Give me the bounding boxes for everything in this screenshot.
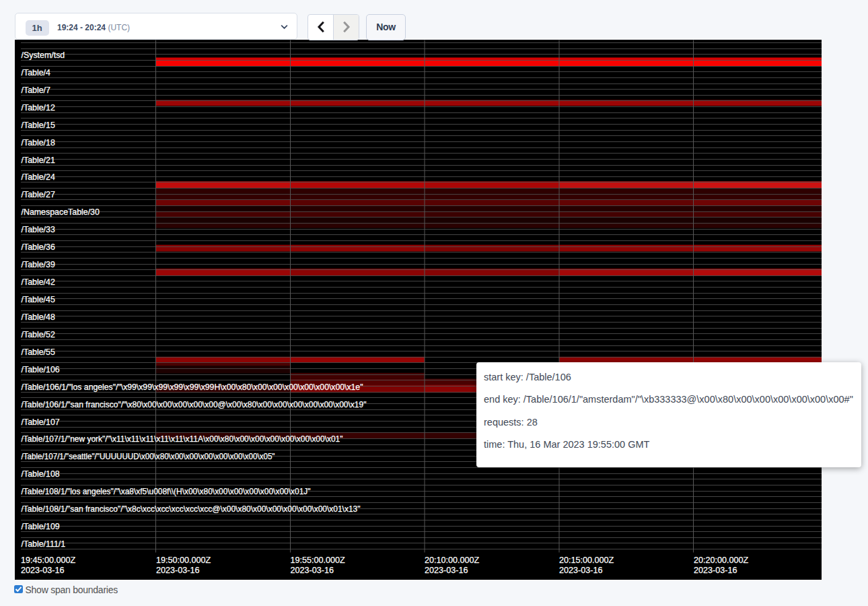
- svg-text:/Table/21: /Table/21: [22, 156, 55, 165]
- svg-text:/Table/7: /Table/7: [22, 86, 51, 95]
- svg-text:/Table/108/1/"los angeles"/"\x: /Table/108/1/"los angeles"/"\xa8\xf5\u00…: [22, 487, 311, 496]
- svg-text:/Table/33: /Table/33: [22, 225, 55, 234]
- svg-text:/Table/24: /Table/24: [22, 172, 55, 182]
- svg-text:/Table/106: /Table/106: [22, 365, 60, 374]
- svg-text:/Table/27: /Table/27: [22, 190, 55, 199]
- svg-text:/Table/106/1/"san francisco"/": /Table/106/1/"san francisco"/"\x80\x00\x…: [22, 400, 367, 409]
- svg-text:/Table/39: /Table/39: [22, 260, 55, 269]
- svg-text:2023-03-16: 2023-03-16: [291, 566, 334, 575]
- svg-text:2023-03-16: 2023-03-16: [425, 566, 468, 575]
- svg-text:/Table/109: /Table/109: [22, 522, 60, 531]
- svg-text:/Table/108/1/"san francisco"/": /Table/108/1/"san francisco"/"\x8c\xcc\x…: [22, 504, 361, 514]
- svg-text:/Table/107/1/"new york"/"\x11\: /Table/107/1/"new york"/"\x11\x11\x11\x1…: [22, 434, 343, 444]
- svg-text:2023-03-16: 2023-03-16: [156, 566, 199, 575]
- svg-text:/Table/111/1: /Table/111/1: [22, 539, 66, 549]
- svg-text:/Table/15: /Table/15: [22, 121, 55, 130]
- svg-text:/NamespaceTable/30: /NamespaceTable/30: [22, 207, 100, 217]
- svg-text:19:50:00.000Z: 19:50:00.000Z: [156, 556, 211, 565]
- svg-text:/Table/45: /Table/45: [22, 295, 55, 304]
- svg-text:20:10:00.000Z: 20:10:00.000Z: [425, 556, 480, 565]
- svg-text:2023-03-16: 2023-03-16: [694, 566, 737, 575]
- svg-text:/Table/36: /Table/36: [22, 242, 55, 252]
- svg-text:/System/tsd: /System/tsd: [22, 50, 65, 60]
- svg-text:/Table/12: /Table/12: [22, 103, 55, 112]
- svg-text:/Table/4: /Table/4: [22, 68, 51, 77]
- svg-text:/Table/107: /Table/107: [22, 417, 60, 427]
- svg-text:/Table/55: /Table/55: [22, 347, 55, 357]
- svg-text:19:45:00.000Z: 19:45:00.000Z: [21, 556, 76, 565]
- svg-text:/Table/107/1/"seattle"/"UUUUUU: /Table/107/1/"seattle"/"UUUUUUD\x00\x80\…: [22, 452, 275, 461]
- svg-text:2023-03-16: 2023-03-16: [559, 566, 602, 575]
- svg-text:/Table/106/1/"los angeles"/"\x: /Table/106/1/"los angeles"/"\x99\x99\x99…: [22, 382, 363, 392]
- svg-text:19:55:00.000Z: 19:55:00.000Z: [291, 556, 346, 565]
- svg-text:/Table/42: /Table/42: [22, 277, 55, 287]
- svg-text:/Table/48: /Table/48: [22, 312, 55, 322]
- svg-text:/Table/108: /Table/108: [22, 469, 60, 479]
- svg-text:20:15:00.000Z: 20:15:00.000Z: [559, 556, 614, 565]
- svg-text:/Table/18: /Table/18: [22, 138, 55, 147]
- svg-text:/Table/52: /Table/52: [22, 330, 55, 339]
- svg-text:2023-03-16: 2023-03-16: [21, 566, 64, 575]
- svg-text:20:20:00.000Z: 20:20:00.000Z: [694, 556, 749, 565]
